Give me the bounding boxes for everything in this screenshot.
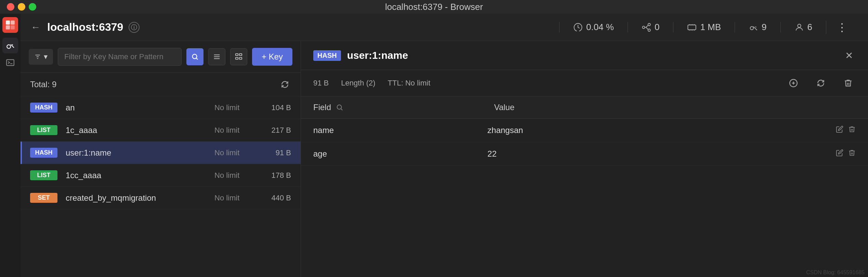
filter-type-button[interactable]: ▾ xyxy=(29,49,53,65)
key-list-panel: ▾ xyxy=(21,41,301,277)
key-size: 178 B xyxy=(264,171,291,180)
svg-point-7 xyxy=(648,23,650,26)
detail-meta: 91 B Length (2) TTL: No limit xyxy=(301,70,868,96)
key-size: 91 B xyxy=(264,148,291,157)
key-list-toolbar: ▾ xyxy=(21,41,301,73)
key-list-item[interactable]: LIST 1cc_aaaa No limit 178 B xyxy=(21,164,301,187)
add-key-button[interactable]: + Key xyxy=(252,48,292,66)
app-logo[interactable] xyxy=(2,17,18,33)
app-layout: ← localhost:6379 ⓘ 0.04 % xyxy=(0,14,868,277)
svg-rect-20 xyxy=(239,54,242,56)
total-label: Total: 9 xyxy=(30,80,56,89)
total-row: Total: 9 xyxy=(21,73,301,96)
svg-rect-5 xyxy=(6,60,14,65)
detail-table-row: name zhangsan xyxy=(301,119,868,142)
window-title: localhost:6379 - Browser xyxy=(385,2,483,12)
row-value: zhangsan xyxy=(487,126,836,135)
svg-point-26 xyxy=(337,105,342,109)
key-detail-panel: HASH user:1:name ✕ 91 B Length (2) TTL: … xyxy=(301,41,868,277)
sidebar-item-terminal[interactable] xyxy=(2,55,18,70)
key-name: 1c_aaaa xyxy=(66,126,206,135)
key-name: an xyxy=(66,103,206,113)
icon-sidebar xyxy=(0,14,21,277)
search-input[interactable] xyxy=(58,48,182,66)
host-label: localhost:6379 xyxy=(47,21,123,34)
key-type-badge: LIST xyxy=(30,125,57,135)
svg-rect-19 xyxy=(236,54,238,56)
svg-point-4 xyxy=(7,45,11,49)
search-input-wrap xyxy=(58,48,182,66)
svg-rect-0 xyxy=(6,21,10,25)
add-field-button[interactable] xyxy=(786,76,801,91)
key-ttl: No limit xyxy=(214,148,255,157)
edit-row-button[interactable] xyxy=(836,149,843,159)
stat-keys[interactable]: 9 xyxy=(735,22,780,32)
row-actions xyxy=(836,126,856,135)
svg-rect-21 xyxy=(236,57,238,60)
sidebar-item-keys[interactable] xyxy=(2,38,18,53)
field-column-header: Field xyxy=(313,103,494,112)
traffic-lights xyxy=(7,3,36,11)
refresh-list-button[interactable] xyxy=(279,78,291,91)
tree-view-button[interactable] xyxy=(230,48,247,65)
key-type-badge: SET xyxy=(30,193,57,203)
detail-table-header: Field Value xyxy=(301,96,868,119)
svg-rect-9 xyxy=(688,25,696,30)
main-content: ▾ xyxy=(21,41,868,277)
row-actions xyxy=(836,149,856,159)
stat-clients[interactable]: 6 xyxy=(780,22,826,32)
row-value: 22 xyxy=(487,149,836,159)
svg-point-8 xyxy=(648,29,650,31)
row-field: name xyxy=(313,126,487,135)
svg-rect-1 xyxy=(11,21,15,25)
key-name: 1cc_aaaa xyxy=(66,171,206,180)
value-column-header: Value xyxy=(494,103,856,112)
close-button[interactable] xyxy=(7,3,14,11)
delete-row-button[interactable] xyxy=(848,149,856,159)
detail-type-badge: HASH xyxy=(313,50,341,61)
svg-rect-22 xyxy=(239,57,242,60)
detail-ttl: TTL: No limit xyxy=(388,79,431,88)
list-view-button[interactable] xyxy=(208,48,225,65)
edit-row-button[interactable] xyxy=(836,126,843,135)
svg-rect-3 xyxy=(11,25,15,29)
key-list-item[interactable]: HASH an No limit 104 B xyxy=(21,96,301,119)
delete-row-button[interactable] xyxy=(848,126,856,135)
delete-key-button[interactable] xyxy=(841,76,856,91)
svg-point-15 xyxy=(193,54,197,59)
stat-memory[interactable]: 1 MB xyxy=(673,22,735,32)
key-size: 440 B xyxy=(264,194,291,202)
watermark: CSDN Blog: 645591685 xyxy=(806,269,865,276)
detail-close-button[interactable]: ✕ xyxy=(842,49,856,62)
key-ttl: No limit xyxy=(214,103,255,112)
top-nav: ← localhost:6379 ⓘ 0.04 % xyxy=(21,14,868,41)
key-size: 104 B xyxy=(264,103,291,112)
key-list-item[interactable]: SET created_by_mqmigration No limit 440 … xyxy=(21,187,301,209)
back-button[interactable]: ← xyxy=(31,22,40,33)
nav-stats: 0.04 % 0 xyxy=(559,22,826,32)
key-list-item[interactable]: LIST 1c_aaaa No limit 217 B xyxy=(21,119,301,142)
maximize-button[interactable] xyxy=(29,3,36,11)
detail-header: HASH user:1:name ✕ xyxy=(301,41,868,70)
svg-point-11 xyxy=(798,24,801,27)
minimize-button[interactable] xyxy=(18,3,25,11)
key-list: HASH an No limit 104 B LIST 1c_aaaa No l… xyxy=(21,96,301,277)
svg-rect-2 xyxy=(6,25,10,29)
more-button[interactable]: ⋮ xyxy=(826,21,858,34)
key-ttl: No limit xyxy=(214,194,255,202)
refresh-detail-button[interactable] xyxy=(813,76,828,91)
key-type-badge: LIST xyxy=(30,170,57,180)
info-button[interactable]: ⓘ xyxy=(129,22,140,33)
key-ttl: No limit xyxy=(214,171,255,180)
detail-size: 91 B xyxy=(313,79,329,88)
search-button[interactable] xyxy=(186,48,203,65)
detail-table: Field Value name zhangsan xyxy=(301,96,868,277)
key-list-item-active[interactable]: HASH user:1:name No limit 91 B xyxy=(21,142,301,164)
key-size: 217 B xyxy=(264,126,291,135)
key-ttl: No limit xyxy=(214,126,255,135)
detail-length: Length (2) xyxy=(341,79,375,88)
stat-connections[interactable]: 0 xyxy=(628,22,673,32)
stat-cpu[interactable]: 0.04 % xyxy=(559,22,628,32)
svg-point-10 xyxy=(750,26,753,29)
detail-key-name: user:1:name xyxy=(347,50,836,61)
